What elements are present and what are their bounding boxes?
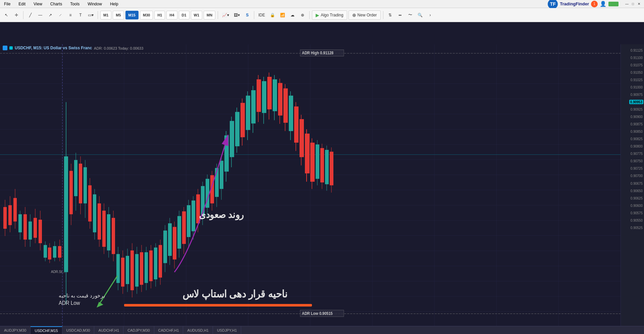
svg-rect-45 (34, 218, 37, 238)
maximize-button[interactable]: □ (631, 2, 635, 6)
svg-rect-54 (53, 246, 56, 258)
svg-rect-64 (79, 164, 82, 204)
price-91100: 0.91100 (631, 56, 643, 59)
tab-usdjpy-h1[interactable]: USDJPY,H1 (213, 326, 241, 334)
tf-h1[interactable]: H1 (154, 11, 165, 19)
svg-rect-35 (8, 205, 12, 225)
brand-area: TF TradingFinder 1 👤 (548, 0, 619, 9)
menu-window[interactable]: Window (86, 1, 103, 7)
line-tool[interactable]: ╱ (26, 10, 35, 20)
cloud-btn[interactable]: ☁ (288, 10, 297, 20)
price-91050: 0.91050 (631, 70, 643, 74)
cursor-tool[interactable]: ↖ (2, 10, 11, 20)
svg-rect-90 (140, 252, 143, 285)
svg-rect-62 (74, 160, 77, 196)
price-90625: 0.90625 (631, 196, 643, 200)
price-90825: 0.90825 (631, 137, 643, 141)
notification-icon[interactable]: 1 (591, 1, 598, 7)
algo-trading-button[interactable]: ▶ Algo Trading (312, 10, 347, 20)
minimize-button[interactable]: — (625, 2, 629, 6)
svg-marker-174 (97, 302, 103, 308)
svg-rect-150 (289, 96, 293, 131)
tab-audchf-h1[interactable]: AUDCHF,H1 (94, 326, 123, 334)
svg-rect-82 (121, 258, 124, 286)
chart-container[interactable]: USDCHF, M15: US Dollar vs Swiss Franc AD… (0, 44, 644, 334)
fib-tool[interactable]: ≡ (66, 10, 75, 20)
tab-cadjpy-m30[interactable]: CADJPY,M30 (123, 326, 154, 334)
svg-rect-56 (58, 246, 61, 258)
zoom-btn[interactable]: 🔍 (416, 10, 425, 20)
svg-rect-102 (168, 223, 172, 256)
more-btn[interactable]: › (426, 10, 435, 20)
candles-chart[interactable]: ADR.St... (0, 44, 621, 334)
person-icon[interactable]: 👤 (600, 1, 606, 7)
svg-rect-110 (187, 205, 191, 237)
svg-text:ناحیه قرار دهی استاپ لاس: ناحیه قرار دهی استاپ لاس (182, 288, 287, 300)
wave-btn[interactable]: 〜 (406, 10, 415, 20)
svg-rect-112 (192, 201, 195, 231)
shapes-tool[interactable]: ▭▾ (86, 10, 95, 20)
price-90775: 0.90775 (631, 152, 643, 156)
ide-btn[interactable]: IDE (257, 10, 267, 20)
tab-audusd-h1[interactable]: AUDUSD,H1 (183, 326, 213, 334)
menu-tools[interactable]: Tools (69, 1, 81, 7)
tab-usdcad-m30[interactable]: USDCAD,M30 (62, 326, 95, 334)
svg-rect-130 (235, 112, 239, 146)
price-91000: 0.91000 (631, 85, 643, 89)
plus-icon: ⊕ (352, 12, 356, 18)
close-button[interactable]: ✕ (637, 2, 641, 6)
tf-w1[interactable]: W1 (191, 11, 203, 19)
tf-m30[interactable]: M30 (140, 11, 153, 19)
text-tool[interactable]: T (76, 10, 85, 20)
tf-d1[interactable]: D1 (179, 11, 190, 19)
svg-rect-152 (294, 107, 299, 143)
svg-rect-43 (29, 222, 32, 240)
price-90525: 0.90525 (631, 226, 643, 229)
svg-rect-39 (18, 214, 22, 232)
tf-h4[interactable]: H4 (166, 11, 177, 19)
template-selector[interactable]: 🖼▾ (232, 10, 241, 20)
channel-tool[interactable]: ⟋ (56, 10, 65, 20)
tf-m1[interactable]: M1 (100, 11, 111, 19)
tf-m5[interactable]: M5 (113, 11, 124, 19)
svg-text:ADR Low: ADR Low (59, 300, 80, 306)
trendline-tool[interactable]: ↗ (46, 10, 55, 20)
chart-symbol-icon (3, 46, 7, 50)
svg-rect-162 (320, 148, 324, 182)
copy-btn[interactable]: ⊕ (298, 10, 307, 20)
status-bar (608, 2, 619, 6)
price-90600: 0.90600 (631, 204, 643, 207)
lock-btn[interactable]: 🔒 (268, 10, 277, 20)
menu-file[interactable]: File (3, 1, 12, 7)
tab-usdchf-m15[interactable]: USDCHF,M15 (31, 326, 62, 334)
svg-rect-41 (23, 214, 27, 240)
tf-m15[interactable]: M15 (125, 11, 139, 19)
tab-audjpy-m30[interactable]: AUDJPY,M30 (0, 326, 31, 334)
menu-edit[interactable]: Edit (17, 1, 27, 7)
menu-help[interactable]: Help (109, 1, 120, 7)
price-90675: 0.90675 (631, 181, 643, 185)
crosshair-tool[interactable]: ✛ (12, 10, 21, 20)
arrows-btn[interactable]: ⇅ (386, 10, 394, 20)
indicator-s[interactable]: S (243, 10, 252, 20)
hline-tool[interactable]: — (36, 10, 45, 20)
price-axis: 0.91125 0.91100 0.91075 0.91050 0.91025 … (621, 44, 644, 334)
svg-rect-76 (107, 214, 110, 250)
svg-rect-66 (84, 167, 87, 204)
price-90850: 0.90850 (631, 130, 643, 133)
wifi-btn[interactable]: 📶 (278, 10, 287, 20)
tab-cadchf-h1[interactable]: CADCHF,H1 (154, 326, 183, 334)
svg-rect-86 (130, 250, 134, 290)
chart-type-selector[interactable]: 📈▾ (220, 10, 231, 20)
play-icon: ▶ (316, 12, 319, 18)
svg-rect-84 (126, 256, 129, 284)
price-90875: 0.90875 (631, 122, 643, 126)
current-price: 0.90953 (629, 100, 643, 104)
tf-mn[interactable]: MN (204, 11, 215, 19)
bars-btn[interactable]: ▪▪ (396, 10, 405, 20)
svg-rect-124 (220, 161, 223, 189)
new-order-button[interactable]: ⊕ New Order (348, 10, 381, 20)
menu-charts[interactable]: Charts (49, 1, 63, 7)
menu-view[interactable]: View (32, 1, 44, 7)
svg-rect-80 (116, 254, 120, 283)
